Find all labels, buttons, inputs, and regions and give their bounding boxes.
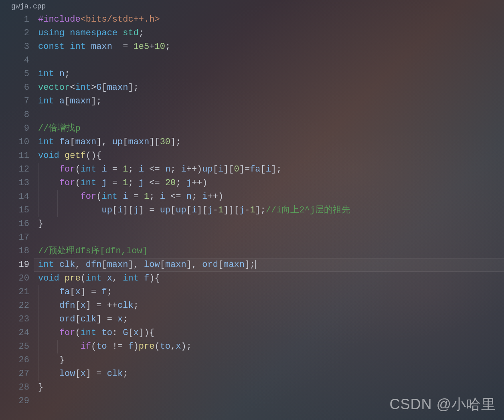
line-number: 28	[0, 381, 29, 394]
line-number: 25	[0, 340, 29, 353]
line-number: 14	[0, 190, 29, 204]
line-number: 1	[0, 13, 29, 26]
line-number: 15	[0, 204, 29, 217]
code-line[interactable]	[38, 231, 504, 244]
line-number: 10	[0, 135, 29, 149]
code-line[interactable]: for(int i = 1; i <= n; i++)	[38, 190, 504, 204]
line-number: 3	[0, 40, 29, 54]
line-number: 26	[0, 353, 29, 367]
line-number: 21	[0, 285, 29, 299]
code-area[interactable]: 1234567891011121314151617181920212223242…	[0, 11, 504, 408]
line-number: 23	[0, 313, 29, 326]
code-line[interactable]: low[x] = clk;	[38, 367, 504, 381]
line-number: 24	[0, 326, 29, 340]
line-number: 11	[0, 149, 29, 163]
text-cursor	[255, 260, 256, 269]
code-line[interactable]: void getf(){	[38, 149, 504, 163]
line-number: 19	[0, 258, 29, 272]
line-number: 4	[0, 54, 29, 67]
file-tab[interactable]: gwja.cpp	[8, 2, 49, 11]
code-line[interactable]: up[i][j] = up[up[i][j-1]][j-1];//i向上2^j层…	[38, 204, 504, 217]
code-line[interactable]: void pre(int x, int f){	[38, 272, 504, 285]
code-line[interactable]: for(int i = 1; i <= n; i++)up[i][0]=fa[i…	[38, 163, 504, 176]
code-line[interactable]: for(int to: G[x]){	[38, 326, 504, 340]
code-line[interactable]: fa[x] = f;	[38, 285, 504, 299]
code-editor: gwja.cpp 1234567891011121314151617181920…	[0, 0, 504, 420]
code-line[interactable]: dfn[x] = ++clk;	[38, 299, 504, 313]
line-number: 18	[0, 244, 29, 258]
line-number: 16	[0, 217, 29, 231]
line-number: 9	[0, 122, 29, 135]
line-number: 20	[0, 272, 29, 285]
code-line[interactable]: int n;	[38, 67, 504, 81]
code-line[interactable]: int fa[maxn], up[maxn][30];	[38, 135, 504, 149]
code-line[interactable]: for(int j = 1; j <= 20; j++)	[38, 176, 504, 190]
code-line[interactable]	[38, 54, 504, 67]
code-line[interactable]: vector<int>G[maxn];	[38, 81, 504, 95]
line-number: 27	[0, 367, 29, 381]
code-line[interactable]: using namespace std;	[38, 26, 504, 40]
line-number: 12	[0, 163, 29, 176]
line-number-gutter: 1234567891011121314151617181920212223242…	[0, 13, 38, 408]
code-line[interactable]: }	[38, 381, 504, 394]
code-line[interactable]	[38, 108, 504, 122]
code-line[interactable]: int a[maxn];	[38, 95, 504, 108]
line-number: 8	[0, 108, 29, 122]
code-line[interactable]: //倍增找p	[38, 122, 504, 135]
line-number: 6	[0, 81, 29, 95]
watermark-text: CSDN @小哈里	[389, 395, 496, 414]
code-line[interactable]: int clk, dfn[maxn], low[maxn], ord[maxn]…	[38, 258, 504, 272]
line-number: 29	[0, 394, 29, 408]
tab-bar: gwja.cpp	[0, 0, 504, 11]
line-number: 5	[0, 67, 29, 81]
line-number: 7	[0, 95, 29, 108]
code-line[interactable]: }	[38, 353, 504, 367]
code-line[interactable]: const int maxn = 1e5+10;	[38, 40, 504, 54]
line-number: 2	[0, 26, 29, 40]
code-line[interactable]: //预处理dfs序[dfn,low]	[38, 244, 504, 258]
code-line[interactable]: ord[clk] = x;	[38, 313, 504, 326]
line-number: 22	[0, 299, 29, 313]
code-line[interactable]: #include<bits/stdc++.h>	[38, 13, 504, 26]
line-number: 13	[0, 176, 29, 190]
line-number: 17	[0, 231, 29, 244]
code-line[interactable]: }	[38, 217, 504, 231]
code-content[interactable]: #include<bits/stdc++.h>using namespace s…	[38, 13, 504, 408]
code-line[interactable]: if(to != f)pre(to,x);	[38, 340, 504, 353]
